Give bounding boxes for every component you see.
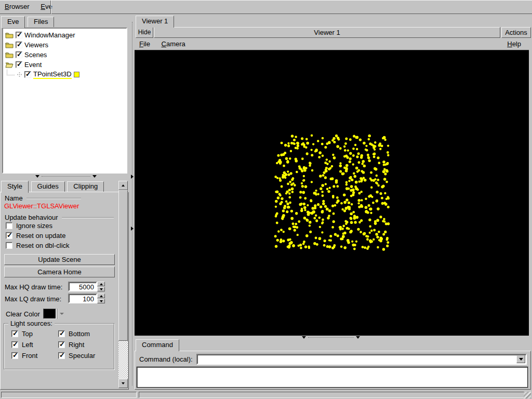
tree-checkbox[interactable] [24,71,31,78]
checkbox[interactable] [6,222,12,229]
tab-eve[interactable]: Eve [1,16,25,28]
update-scene-button[interactable]: Update Scene [4,254,115,265]
tab-files[interactable]: Files [28,17,54,27]
checkbox[interactable] [6,232,12,239]
checkbox[interactable] [58,352,65,359]
gl-viewport[interactable] [135,50,529,335]
arrow-up-icon [122,184,125,187]
scrollbar-track[interactable] [118,341,128,379]
max-hq-row: Max HQ draw time: 5000 [5,282,114,292]
splitter-dots [308,337,354,338]
tab-command[interactable]: Command [136,339,179,351]
checkbox[interactable] [6,242,12,249]
spin-up-button[interactable] [97,294,105,298]
tree-checkbox[interactable] [16,42,22,48]
tree-item-tpointset3d[interactable]: TPointSet3D [3,70,126,79]
checkbox-label: Bottom [69,330,90,338]
splitter-dots [42,176,90,177]
clear-color-swatch[interactable] [43,309,56,319]
name-header-label: Name [5,194,23,202]
check-light-top[interactable]: Top [11,330,33,338]
tree-checkbox[interactable] [16,51,22,58]
camera-home-button[interactable]: Camera Home [4,267,115,277]
max-hq-entry[interactable]: 5000 [68,282,97,291]
command-tab-bar: Command [136,339,180,351]
check-light-right[interactable]: Right [58,341,84,349]
tree-item-viewers[interactable]: Viewers [3,40,126,50]
tree-item-label: Event [24,61,42,69]
tab-style[interactable]: Style [1,181,29,193]
chevron-down-icon [92,175,97,178]
gl-canvas[interactable] [135,50,529,336]
tree-item-windowmanager[interactable]: WindowManager [3,30,126,40]
sidebar-tab-bar: Eve Files [1,16,129,28]
menu-help[interactable]: Help [502,38,526,50]
hide-button[interactable]: Hide [136,27,153,38]
tab-clipping[interactable]: Clipping [67,181,104,192]
tab-guides[interactable]: Guides [31,181,65,192]
viewer-horizontal-splitter[interactable] [302,335,360,340]
splitter-dots [132,22,132,385]
name-section-header: Name [5,194,114,202]
chevron-right-icon [131,175,134,179]
checkbox[interactable] [58,341,65,348]
scroll-down-button[interactable] [118,379,128,388]
spin-up-button[interactable] [97,282,105,286]
tree-item-label: Viewers [24,41,48,49]
check-light-bottom[interactable]: Bottom [58,330,90,338]
command-output[interactable] [137,367,528,388]
arrow-down-icon [100,288,103,290]
scroll-up-button[interactable] [118,181,128,190]
combo-dropdown-button[interactable] [516,355,525,363]
checkbox-label: Right [69,341,84,349]
clear-color-dropdown-button[interactable] [58,309,65,319]
gl-viewer-editor: Style Guides Clipping Name GLViewer::TGL… [0,180,130,391]
check-reset-on-update[interactable]: Reset on update [6,232,65,240]
tree-checkbox[interactable] [16,61,22,68]
tree-item-scenes[interactable]: Scenes [3,50,126,60]
menu-file[interactable]: File [135,38,155,50]
max-lq-entry[interactable]: 100 [68,294,97,303]
clear-color-label: Clear Color [6,310,40,318]
viewer-dock-bar: Hide Viewer 1 Actions [135,27,532,38]
max-hq-spinner [97,282,105,291]
check-ignore-sizes[interactable]: Ignore sizes [6,222,52,230]
sidebar-horizontal-splitter[interactable] [35,174,97,179]
eve-tree: WindowManager Viewers Scenes Event TPoin… [2,28,127,174]
checkbox[interactable] [11,352,18,359]
checkbox[interactable] [11,330,18,337]
tree-checkbox[interactable] [16,32,22,38]
check-light-specular[interactable]: Specular [58,352,95,360]
vertical-splitter[interactable] [130,15,135,391]
section-separator [26,198,81,199]
checkbox-label: Top [22,330,33,338]
chevron-right-icon [131,227,134,231]
command-combobox[interactable] [196,354,527,365]
check-light-front[interactable]: Front [11,352,37,360]
checkbox[interactable] [11,341,18,348]
status-cell-right [139,392,530,398]
editor-scrollbar[interactable] [118,181,128,388]
resize-grip[interactable] [524,392,531,398]
checkbox[interactable] [58,330,65,337]
pointset-color-swatch[interactable] [74,72,79,77]
sidebar: Eve Files WindowManager Viewers Scenes E… [0,15,130,391]
command-label: Command (local): [139,355,193,363]
update-header-label: Update behaviour [5,214,58,221]
menu-eve[interactable]: Eve [36,1,57,14]
spin-down-button[interactable] [97,299,105,303]
menu-browser[interactable]: Browser [0,1,34,14]
folder-open-icon [5,61,14,68]
check-reset-on-dblclick[interactable]: Reset on dbl-click [6,242,70,249]
arrow-down-icon [122,382,125,384]
menu-camera[interactable]: Camera [157,38,190,50]
tab-viewer-1[interactable]: Viewer 1 [136,16,174,28]
spin-down-button[interactable] [97,287,105,291]
scrollbar-thumb[interactable] [118,190,128,341]
command-input[interactable] [198,355,507,363]
chevron-down-icon [302,336,306,339]
tree-item-event[interactable]: Event [3,60,126,70]
checkbox-label: Reset on update [16,232,65,240]
actions-button[interactable]: Actions [501,27,531,38]
check-light-left[interactable]: Left [11,341,33,349]
